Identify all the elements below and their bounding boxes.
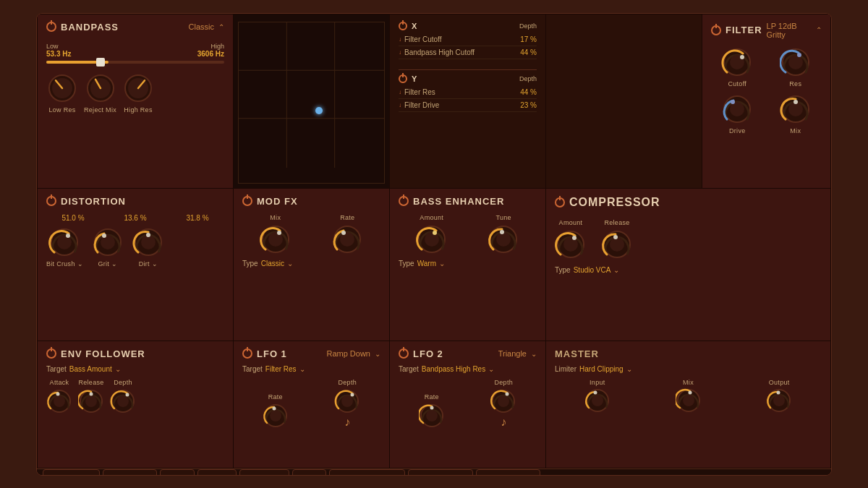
envfollower-attack-knob[interactable] bbox=[46, 388, 72, 414]
filter-res-knob[interactable] bbox=[780, 46, 812, 78]
tab-bassenhancer[interactable]: Bass Enhancer bbox=[329, 469, 405, 476]
filter-preset-arrow[interactable]: ⌃ bbox=[816, 26, 822, 34]
compressor-type-value[interactable]: Studio VCA bbox=[574, 266, 611, 274]
svg-point-53 bbox=[85, 395, 97, 407]
modfx-type-arrow[interactable]: ⌄ bbox=[287, 260, 293, 267]
lfo2-preset-arrow[interactable]: ⌄ bbox=[531, 350, 537, 358]
filter-mix-label: Mix bbox=[790, 127, 801, 134]
xy-y-param1-name: ↓ Filter Res bbox=[399, 88, 435, 96]
xy-grid[interactable] bbox=[238, 22, 385, 184]
xy-dot[interactable] bbox=[315, 107, 323, 114]
filter-knob-row-2: Drive Mix bbox=[711, 93, 822, 134]
master-input-label: Input bbox=[590, 379, 605, 386]
envfollower-target-arrow[interactable]: ⌄ bbox=[115, 365, 121, 373]
compressor-power[interactable] bbox=[555, 197, 565, 207]
bandpass-slider-track[interactable] bbox=[46, 61, 224, 64]
bandpass-preset-arrow[interactable]: ⌃ bbox=[218, 23, 224, 31]
filter-cutoff-knob[interactable] bbox=[721, 46, 753, 78]
envfollower-depth-knob[interactable] bbox=[110, 388, 136, 414]
master-output-knob[interactable] bbox=[766, 388, 792, 414]
modfx-type-label: Type bbox=[242, 260, 258, 267]
modfx-mix-knob[interactable] bbox=[260, 223, 292, 255]
compressor-type-arrow[interactable]: ⌄ bbox=[613, 266, 619, 274]
bassenhancer-tune-knob[interactable] bbox=[488, 223, 519, 255]
lfo2-preset[interactable]: Triangle bbox=[498, 349, 527, 358]
bandpass-slider-thumb[interactable] bbox=[96, 58, 105, 67]
lfo1-target-arrow[interactable]: ⌄ bbox=[299, 365, 305, 373]
xy-y-power[interactable] bbox=[399, 74, 407, 83]
bassenhancer-type-arrow[interactable]: ⌄ bbox=[439, 260, 445, 267]
distortion-dirt-knob[interactable] bbox=[132, 226, 164, 258]
lfo2-depth-knob[interactable] bbox=[490, 388, 516, 414]
xy-grid-svg bbox=[239, 22, 384, 168]
lfo2-target-value[interactable]: Bandpass High Res bbox=[422, 365, 485, 373]
tab-compressor[interactable]: Compressor bbox=[408, 469, 473, 476]
lfo2-power[interactable] bbox=[399, 348, 409, 359]
distortion-power[interactable] bbox=[46, 196, 56, 206]
xy-y-param1-arrow: ↓ bbox=[399, 89, 401, 95]
lfo1-preset[interactable]: Ramp Down bbox=[326, 349, 370, 358]
filter-mix-knob[interactable] bbox=[780, 93, 812, 125]
distortion-dirt-value: 31.8 % bbox=[171, 214, 224, 222]
tab-grit[interactable]: Grit bbox=[160, 469, 195, 476]
bandpass-rejectmix-knob[interactable] bbox=[85, 72, 116, 104]
compressor-release-knob[interactable] bbox=[601, 228, 633, 260]
svg-point-42 bbox=[500, 230, 504, 234]
distortion-bitcrush-knob[interactable] bbox=[48, 226, 80, 258]
bassenhancer-type-value[interactable]: Warm bbox=[417, 260, 436, 267]
modfx-type-value[interactable]: Classic bbox=[261, 260, 284, 267]
tab-bandreject[interactable]: Band Reject bbox=[476, 469, 541, 476]
master-input-knob[interactable] bbox=[584, 388, 610, 414]
filter-preset[interactable]: LP 12dB Gritty bbox=[767, 22, 812, 39]
tab-filter[interactable]: Filter bbox=[197, 469, 237, 476]
lfo1-preset-arrow[interactable]: ⌄ bbox=[375, 350, 380, 358]
lfo2-rate-group: Rate bbox=[419, 393, 445, 429]
xy-x-power[interactable] bbox=[399, 22, 407, 30]
bandpass-highres-knob[interactable] bbox=[122, 72, 154, 104]
lfo2-rate-knob[interactable] bbox=[419, 403, 445, 429]
filter-res-group: Res bbox=[780, 46, 812, 87]
tab-modfx[interactable]: Mod FX bbox=[239, 469, 289, 476]
lfo1-depth-knob[interactable] bbox=[334, 388, 360, 414]
modfx-power[interactable] bbox=[242, 196, 252, 206]
bandpass-low-value: 53.3 Hz bbox=[46, 50, 71, 58]
bandpass-power[interactable] bbox=[46, 22, 56, 32]
distortion-grit-knob[interactable] bbox=[92, 226, 124, 258]
modfx-type-row: Type Classic ⌄ bbox=[242, 260, 380, 267]
lfo1-power[interactable] bbox=[242, 348, 252, 359]
master-limiter-label: Limiter bbox=[555, 365, 576, 373]
envfollower-release-knob[interactable] bbox=[78, 388, 104, 414]
lfo2-header: LFO 2 Triangle ⌄ bbox=[399, 348, 537, 359]
compressor-amount-knob[interactable] bbox=[555, 228, 587, 260]
xy-x-title: X bbox=[412, 22, 417, 30]
master-knob-row bbox=[555, 388, 822, 414]
filter-power[interactable] bbox=[711, 25, 721, 35]
envfollower-target-label: Target bbox=[46, 365, 67, 373]
master-mix-knob[interactable] bbox=[676, 388, 702, 414]
filter-drive-knob[interactable] bbox=[721, 93, 753, 125]
bandpass-lowres-knob[interactable] bbox=[46, 72, 78, 104]
bassenhancer-power[interactable] bbox=[399, 196, 409, 206]
tab-bandpass[interactable]: Bandpass bbox=[43, 469, 100, 476]
master-limiter-value[interactable]: Hard Clipping bbox=[579, 365, 624, 373]
xy-x-param1-name: ↓ Filter Cutoff bbox=[399, 35, 442, 43]
modfx-rate-knob[interactable] bbox=[331, 223, 363, 255]
modfx-mix-top-label: Mix bbox=[270, 214, 281, 221]
envfollower-power[interactable] bbox=[46, 348, 56, 359]
svg-point-45 bbox=[572, 236, 576, 240]
lfo1-target-value[interactable]: Filter Res bbox=[265, 365, 297, 373]
envfollower-target-value[interactable]: Bass Amount bbox=[69, 365, 112, 373]
bandpass-preset[interactable]: Classic bbox=[189, 22, 214, 31]
master-limiter-arrow[interactable]: ⌄ bbox=[626, 365, 632, 373]
modfx-rate-group: Rate bbox=[331, 214, 363, 255]
distortion-header: DISTORTION bbox=[46, 196, 224, 207]
lfo2-target-arrow[interactable]: ⌄ bbox=[488, 365, 494, 373]
master-input-group bbox=[555, 388, 640, 414]
lfo1-rate-knob[interactable] bbox=[263, 403, 289, 429]
tab-dirt[interactable]: Dirt bbox=[292, 469, 326, 476]
envfollower-depth-group: Depth bbox=[110, 379, 136, 414]
compressor-amount-group: Amount bbox=[555, 219, 587, 260]
tab-bitcrush[interactable]: Bit Crush bbox=[103, 469, 157, 476]
bassenhancer-amount-knob[interactable] bbox=[416, 223, 448, 255]
envfollower-attack-top-label: Attack bbox=[50, 379, 69, 386]
